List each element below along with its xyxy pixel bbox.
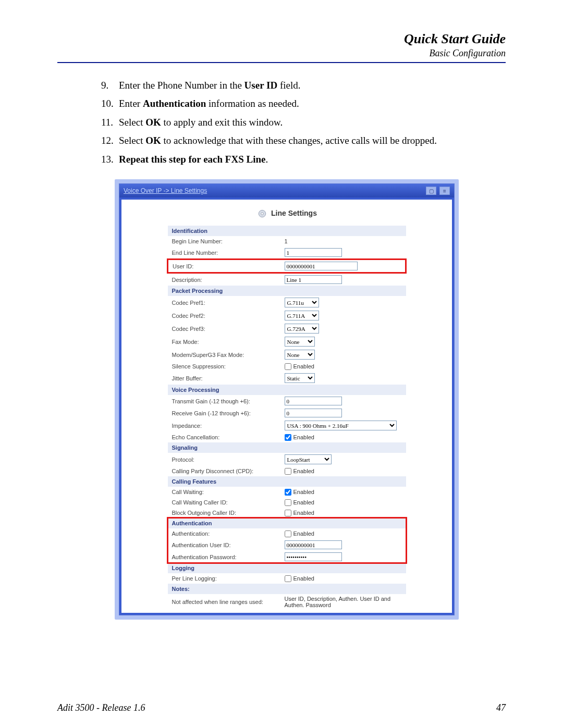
step-10: Enter Authentication information as need…	[104, 96, 506, 111]
section-signaling: Signaling	[168, 442, 406, 453]
auth-password-input[interactable]	[285, 552, 342, 561]
label-end-line: End Line Number:	[168, 246, 283, 260]
label-user-id: User ID:	[168, 260, 283, 273]
step-10-p2: information as needed.	[206, 98, 299, 109]
modem-select[interactable]: None	[285, 350, 315, 360]
label-auth-enabled: Authentication:	[168, 528, 283, 539]
step-10-b: Authentication	[143, 98, 206, 109]
auth-checkbox[interactable]	[285, 530, 291, 537]
label-silence: Silence Suppression:	[168, 361, 283, 372]
step-12-b: OK	[145, 135, 161, 146]
label-rx-gain: Receive Gain (-12 through +6):	[168, 407, 283, 419]
cw-cid-checkbox[interactable]	[285, 499, 291, 506]
fax-select[interactable]: None	[285, 337, 315, 347]
description-input[interactable]	[285, 275, 342, 284]
titlebar-list-icon[interactable]: ≡	[439, 187, 450, 195]
panel-title: Line Settings	[128, 209, 446, 218]
step-9: Enter the Phone Number in the User ID fi…	[104, 78, 506, 93]
call-waiting-checkbox[interactable]	[285, 489, 291, 496]
auth-user-id-input[interactable]	[285, 540, 342, 549]
settings-table: Identification Begin Line Number: 1 End …	[167, 226, 407, 610]
protocol-select[interactable]: LoopStart	[285, 454, 332, 464]
section-identification: Identification	[168, 226, 406, 236]
header-rule	[57, 62, 506, 63]
panel-title-text: Line Settings	[271, 209, 317, 217]
step-9-p2: field.	[277, 80, 300, 91]
svg-point-1	[261, 213, 264, 215]
step-9-b: User ID	[244, 80, 278, 91]
label-fax: Fax Mode:	[168, 335, 283, 348]
instruction-list: Enter the Phone Number in the User ID fi…	[104, 78, 506, 167]
label-begin-line: Begin Line Number:	[168, 236, 283, 246]
label-cpd: Calling Party Disconnect (CPD):	[168, 466, 283, 476]
step-11-p2: to apply and exit this window.	[161, 117, 283, 128]
enabled-text: Enabled	[293, 468, 314, 474]
label-block-cid: Block Outgoing Caller ID:	[168, 508, 283, 518]
screenshot-figure: Voice Over IP -> Line Settings ▢ ≡ Line …	[115, 179, 506, 620]
label-call-waiting: Call Waiting:	[168, 487, 283, 497]
label-codec3: Codec Pref3:	[168, 322, 283, 335]
step-12-p1: Select	[119, 135, 145, 146]
codec1-select[interactable]: G.711u	[285, 298, 319, 307]
enabled-text: Enabled	[293, 530, 314, 537]
section-auth: Authentication	[168, 518, 406, 528]
impedance-select[interactable]: USA : 900 Ohms + 2.16uF	[285, 421, 397, 430]
step-12-p2: to acknowledge that with these changes, …	[161, 135, 437, 146]
footer-page-number: 47	[496, 702, 506, 713]
step-11-b: OK	[145, 117, 161, 128]
label-codec1: Codec Pref1:	[168, 296, 283, 309]
label-impedance: Impedance:	[168, 419, 283, 432]
enabled-text: Enabled	[293, 434, 314, 440]
app-titlebar: Voice Over IP -> Line Settings ▢ ≡	[119, 184, 454, 198]
notes-text: User ID, Description, Authen. User ID an…	[283, 594, 406, 610]
echo-checkbox[interactable]	[285, 434, 291, 441]
label-per-line-log: Per Line Logging:	[168, 573, 283, 584]
label-echo: Echo Cancellation:	[168, 432, 283, 442]
titlebar-layout-icon[interactable]: ▢	[426, 187, 436, 195]
section-logging: Logging	[168, 563, 406, 573]
label-codec2: Codec Pref2:	[168, 309, 283, 322]
codec3-select[interactable]: G.729A	[285, 324, 319, 334]
footer-left: Adit 3500 - Release 1.6	[57, 702, 145, 713]
label-protocol: Protocol:	[168, 453, 283, 466]
tx-gain-input[interactable]	[285, 397, 342, 405]
section-voice: Voice Processing	[168, 385, 406, 395]
label-auth-uid: Authentication User ID:	[168, 539, 283, 551]
label-notes-line: Not affected when line ranges used:	[168, 594, 283, 610]
label-cw-caller-id: Call Waiting Caller ID:	[168, 497, 283, 508]
codec2-select[interactable]: G.711A	[285, 311, 319, 320]
step-11-p1: Select	[119, 117, 145, 128]
block-cid-checkbox[interactable]	[285, 510, 291, 516]
section-packet: Packet Processing	[168, 286, 406, 296]
enabled-text: Enabled	[293, 489, 314, 495]
user-id-input[interactable]	[285, 262, 358, 270]
enabled-text: Enabled	[293, 499, 314, 505]
step-13-b: Repeat this step for each FXS Line	[119, 154, 265, 165]
doc-guide-title: Quick Start Guide	[57, 31, 506, 47]
label-jitter: Jitter Buffer:	[168, 372, 283, 385]
step-11: Select OK to apply and exit this window.	[104, 115, 506, 130]
label-description: Description:	[168, 273, 283, 286]
step-9-p1: Enter the Phone Number in the	[119, 80, 244, 91]
label-modem: Modem/SuperG3 Fax Mode:	[168, 348, 283, 361]
step-10-p1: Enter	[119, 98, 143, 109]
enabled-text: Enabled	[293, 575, 314, 582]
silence-checkbox[interactable]	[285, 363, 291, 370]
label-tx-gain: Transmit Gain (-12 though +6):	[168, 395, 283, 407]
gear-icon	[256, 209, 268, 218]
doc-guide-subtitle: Basic Configuration	[57, 48, 506, 59]
value-begin-line: 1	[283, 236, 406, 246]
step-12: Select OK to acknowledge that with these…	[104, 133, 506, 148]
enabled-text: Enabled	[293, 363, 314, 369]
rx-gain-input[interactable]	[285, 409, 342, 417]
step-13: Repeat this step for each FXS Line.	[104, 152, 506, 167]
end-line-input[interactable]	[285, 248, 342, 257]
label-auth-pw: Authentication Password:	[168, 551, 283, 563]
breadcrumb[interactable]: Voice Over IP -> Line Settings	[124, 187, 207, 194]
jitter-select[interactable]: Static	[285, 373, 315, 383]
enabled-text: Enabled	[293, 510, 314, 516]
section-notes: Notes:	[168, 584, 406, 594]
cpd-checkbox[interactable]	[285, 468, 291, 475]
section-calling: Calling Features	[168, 476, 406, 487]
per-line-log-checkbox[interactable]	[285, 575, 291, 582]
